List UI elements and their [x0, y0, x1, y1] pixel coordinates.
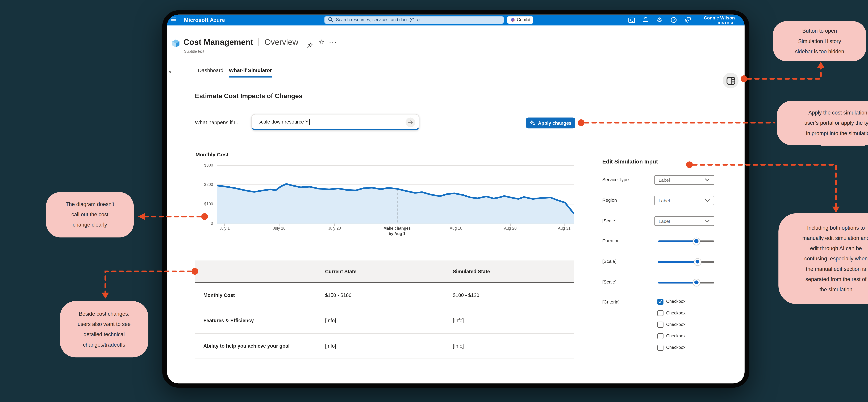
checkbox-row-4[interactable]: Checkbox [657, 345, 686, 350]
checkbox-label: Checkbox [666, 345, 685, 350]
field-label-scale: [Scale] [602, 218, 616, 223]
chevron-down-icon [705, 219, 710, 223]
azure-portal: Microsoft Azure Search resources, servic… [167, 15, 745, 383]
annotation-bubble-table-callout: Beside cost changes, users also want to … [60, 301, 148, 357]
slider-thumb[interactable] [694, 258, 701, 265]
checkbox-row-0[interactable]: Checkbox [657, 299, 686, 304]
checkbox-label: Checkbox [666, 310, 685, 316]
simulation-history-sidebar-button[interactable] [723, 73, 739, 88]
simulation-panel: Service TypeLabelRegionLabel[Scale]Label… [167, 15, 745, 383]
checkbox-label: Checkbox [666, 299, 685, 304]
annotation-bubble-apply-changes: Apply the cost simulation to user’s port… [777, 100, 868, 145]
chevron-down-icon [705, 199, 710, 202]
checkbox-unchecked-icon[interactable] [657, 345, 663, 350]
layout-sidebar-right-icon [726, 77, 735, 84]
app-window: Microsoft Azure Search resources, servic… [162, 10, 749, 387]
dropdown-value: Label [659, 177, 670, 182]
dropdown-value: Label [659, 219, 670, 224]
checkbox-label: Checkbox [666, 334, 685, 339]
checkbox-row-1[interactable]: Checkbox [657, 310, 686, 316]
design-canvas: Microsoft Azure Search resources, servic… [0, 0, 868, 402]
checkbox-row-2[interactable]: Checkbox [657, 322, 686, 327]
field-label-duration-0: Duration [602, 238, 620, 243]
field-label-scale-2: [Scale] [602, 279, 616, 285]
dropdown-region[interactable]: Label [654, 196, 714, 205]
field-label-criteria: [Criteria] [602, 299, 620, 305]
annotation-bubble-chart-callout: The diagram doesn’t call out the cost ch… [46, 192, 134, 237]
slider-thumb[interactable] [693, 279, 700, 286]
dropdown-scale[interactable]: Label [654, 216, 714, 226]
slider-duration-0[interactable] [658, 237, 714, 245]
checkbox-row-3[interactable]: Checkbox [657, 333, 686, 339]
checkbox-label: Checkbox [666, 322, 685, 327]
chevron-down-icon [705, 178, 710, 182]
checkbox-unchecked-icon[interactable] [657, 333, 663, 339]
checkbox-checked-icon[interactable] [657, 299, 663, 304]
slider-thumb[interactable] [693, 238, 700, 245]
checkbox-unchecked-icon[interactable] [657, 310, 663, 316]
field-label-scale-1: [Scale] [602, 259, 616, 264]
annotation-bubble-history-button: Button to open Simulation History sideba… [773, 21, 866, 61]
slider-scale-2[interactable] [658, 279, 714, 286]
annotation-bubble-edit-panel: Including both options to manually edit … [778, 213, 868, 304]
dropdown-value: Label [659, 198, 670, 203]
field-label-region: Region [602, 198, 617, 203]
slider-scale-1[interactable] [658, 258, 714, 265]
checkbox-unchecked-icon[interactable] [657, 322, 663, 327]
dropdown-service-type[interactable]: Label [654, 175, 714, 185]
field-label-service-type: Service Type [602, 177, 629, 182]
